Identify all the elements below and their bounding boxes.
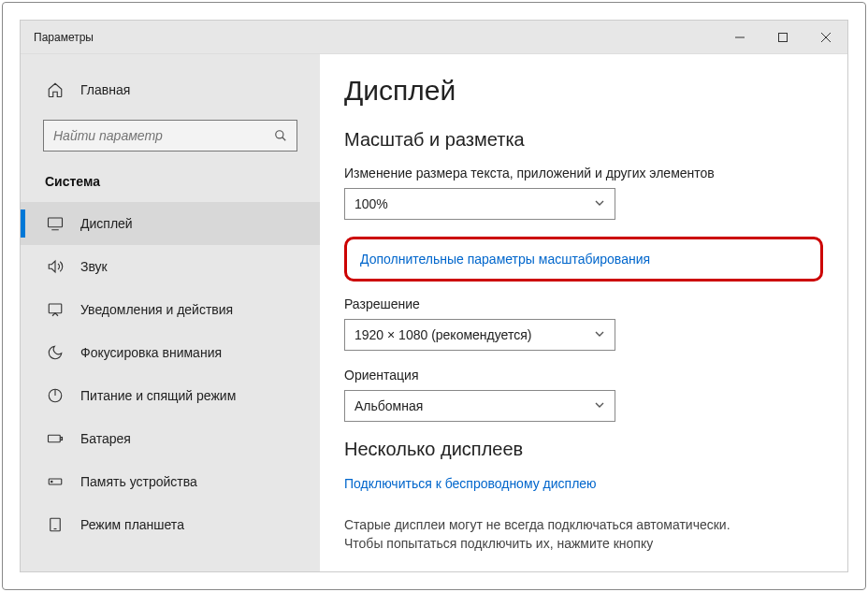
home-icon [47, 81, 64, 98]
battery-icon [47, 430, 64, 447]
scale-value: 100% [354, 196, 388, 211]
sidebar-item-tablet-mode[interactable]: Режим планшета [21, 503, 320, 546]
resolution-select[interactable]: 1920 × 1080 (рекомендуется) [344, 319, 615, 351]
storage-icon [47, 473, 64, 490]
info-text: Старые дисплеи могут не всегда подключат… [344, 515, 823, 554]
highlight-callout: Дополнительные параметры масштабирования [344, 237, 823, 282]
page-title: Дисплей [344, 75, 823, 107]
sidebar-item-notifications[interactable]: Уведомления и действия [21, 288, 320, 331]
sidebar-item-storage[interactable]: Память устройства [21, 460, 320, 503]
chevron-down-icon [594, 398, 605, 413]
svg-line-5 [282, 137, 286, 141]
section-scale: Масштаб и разметка [344, 129, 823, 151]
sidebar-item-label: Звук [64, 259, 108, 274]
scale-select[interactable]: 100% [344, 188, 615, 220]
advanced-scaling-link[interactable]: Дополнительные параметры масштабирования [360, 252, 650, 267]
section-multi-displays: Несколько дисплеев [344, 439, 823, 460]
sidebar-item-label: Режим планшета [64, 517, 184, 532]
window-title: Параметры [21, 31, 94, 44]
sidebar-item-label: Батарея [64, 431, 131, 446]
search-icon [265, 129, 297, 142]
sidebar: Главная Система Дисплей [21, 54, 320, 571]
sidebar-item-battery[interactable]: Батарея [21, 417, 320, 460]
svg-point-15 [51, 481, 53, 483]
power-icon [47, 387, 64, 404]
wireless-display-link[interactable]: Подключиться к беспроводному дисплею [344, 476, 597, 491]
notifications-icon [47, 301, 64, 318]
svg-rect-12 [49, 435, 61, 442]
sidebar-item-label: Фокусировка внимания [64, 345, 222, 360]
svg-rect-13 [61, 438, 63, 440]
sidebar-item-label: Питание и спящий режим [64, 388, 236, 403]
main-content: Дисплей Масштаб и разметка Изменение раз… [320, 54, 847, 571]
maximize-button[interactable] [761, 21, 804, 54]
svg-point-4 [276, 131, 283, 138]
category-header: Система [21, 165, 320, 202]
close-button[interactable] [804, 21, 847, 54]
minimize-button[interactable] [718, 21, 761, 54]
sidebar-item-display[interactable]: Дисплей [21, 202, 320, 245]
title-bar: Параметры [21, 21, 847, 54]
sidebar-item-label: Уведомления и действия [64, 302, 233, 317]
chevron-down-icon [594, 327, 605, 342]
orientation-select[interactable]: Альбомная [344, 390, 615, 422]
sidebar-item-label: Дисплей [64, 216, 133, 231]
moon-icon [47, 344, 64, 361]
search-box[interactable] [43, 120, 297, 152]
sidebar-item-sound[interactable]: Звук [21, 245, 320, 288]
sidebar-item-label: Память устройства [64, 474, 197, 489]
orientation-value: Альбомная [354, 398, 423, 413]
search-input[interactable] [44, 128, 265, 143]
monitor-icon [47, 215, 64, 232]
tablet-icon [47, 516, 64, 533]
resolution-value: 1920 × 1080 (рекомендуется) [354, 327, 531, 342]
scale-label: Изменение размера текста, приложений и д… [344, 166, 823, 180]
svg-marker-8 [49, 261, 55, 272]
sound-icon [47, 258, 64, 275]
resolution-label: Разрешение [344, 296, 823, 311]
svg-rect-6 [49, 218, 63, 227]
home-nav[interactable]: Главная [21, 69, 320, 110]
home-label: Главная [64, 82, 130, 97]
svg-rect-1 [779, 33, 788, 41]
sidebar-item-power-sleep[interactable]: Питание и спящий режим [21, 374, 320, 417]
chevron-down-icon [594, 196, 605, 211]
svg-rect-9 [49, 304, 62, 313]
orientation-label: Ориентация [344, 368, 823, 383]
sidebar-item-focus-assist[interactable]: Фокусировка внимания [21, 331, 320, 374]
